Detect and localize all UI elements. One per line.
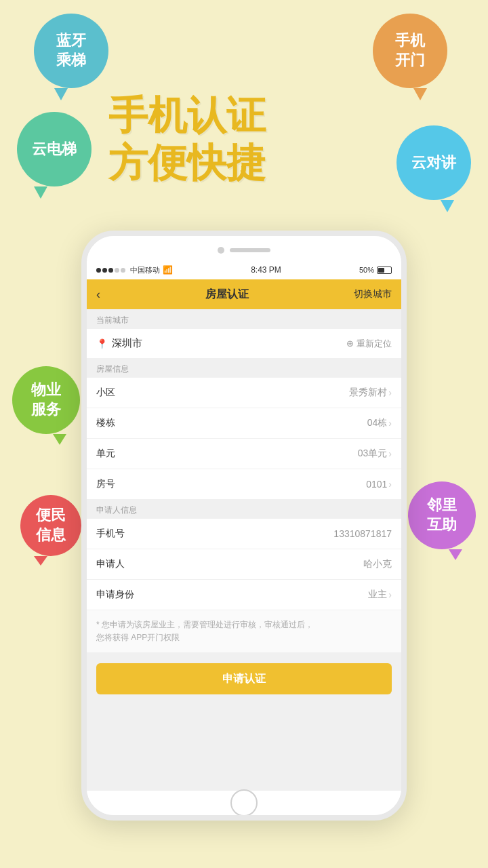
row-label-unit: 单元 xyxy=(96,448,115,460)
city-name: 深圳市 xyxy=(112,337,142,350)
row-value-identity: 业主 › xyxy=(368,589,392,601)
status-right: 50% xyxy=(359,266,392,274)
table-row[interactable]: 单元 03单元 › xyxy=(87,439,401,469)
table-row[interactable]: 楼栋 04栋 › xyxy=(87,408,401,439)
status-left: 中国移动 📶 xyxy=(96,265,173,275)
chevron-right-icon: › xyxy=(388,589,392,600)
chevron-right-icon: › xyxy=(388,448,392,459)
row-value-building: 04栋 › xyxy=(367,417,392,429)
row-label-phone: 手机号 xyxy=(96,528,125,540)
signal-dots xyxy=(96,268,125,273)
bubble-info: 便民 信息 xyxy=(20,495,81,556)
applicant-info-header: 申请人信息 xyxy=(87,499,401,519)
table-row: 手机号 13310871817 xyxy=(87,519,401,549)
current-city-header: 当前城市 xyxy=(87,309,401,329)
phone-camera xyxy=(218,247,224,254)
note-text: * 您申请为该房屋业主，需要管理处进行审核，审核通过后， 您将获得 APP开门权… xyxy=(96,620,313,642)
bubble-cloud-elevator: 云电梯 xyxy=(17,112,92,186)
row-label-community: 小区 xyxy=(96,387,115,399)
city-row: 📍 深圳市 ⊕ 重新定位 xyxy=(87,329,401,358)
chevron-right-icon: › xyxy=(388,418,392,429)
row-label-applicant: 申请人 xyxy=(96,558,125,570)
table-row[interactable]: 小区 景秀新村 › xyxy=(87,378,401,408)
nav-bar: ‹ 房屋认证 切换城市 xyxy=(87,279,401,309)
hero-title: 手机认证 方便快捷 xyxy=(108,92,266,186)
row-value-unit: 03单元 › xyxy=(358,448,392,460)
table-row[interactable]: 房号 0101 › xyxy=(87,469,401,499)
applicant-info-card: 手机号 13310871817 申请人 哈小克 申请身份 业主 › xyxy=(87,519,401,610)
bubble-property: 物业 服务 xyxy=(12,366,80,434)
row-label-identity: 申请身份 xyxy=(96,589,134,601)
hero-line2: 方便快捷 xyxy=(108,139,266,186)
switch-city-button[interactable]: 切换城市 xyxy=(354,288,392,300)
status-bar: 中国移动 📶 8:43 PM 50% xyxy=(87,260,401,279)
bubble-neighbor: 邻里 互助 xyxy=(408,481,476,549)
battery-icon xyxy=(377,267,392,274)
phone-mockup: 中国移动 📶 8:43 PM 50% ‹ 房屋认证 切换城市 当前城市 xyxy=(81,231,407,821)
bubble-phone-door: 手机 开门 xyxy=(373,14,447,88)
location-pin-icon: 📍 xyxy=(96,338,108,349)
back-button[interactable]: ‹ xyxy=(96,288,100,302)
row-label-building: 楼栋 xyxy=(96,417,115,429)
phone-speaker xyxy=(230,248,270,252)
phone-notch xyxy=(87,236,401,260)
content-area: 当前城市 📍 深圳市 ⊕ 重新定位 房屋信息 小区 xyxy=(87,309,401,791)
nav-title: 房屋认证 xyxy=(205,288,249,302)
bubble-bluetooth: 蓝牙 乘梯 xyxy=(34,14,108,88)
house-info-header: 房屋信息 xyxy=(87,358,401,378)
relocate-button[interactable]: ⊕ 重新定位 xyxy=(346,338,392,350)
table-row[interactable]: 申请身份 业主 › xyxy=(87,580,401,610)
row-value-applicant: 哈小克 xyxy=(363,558,392,570)
row-value-community: 景秀新村 › xyxy=(349,387,392,399)
phone-inner: 中国移动 📶 8:43 PM 50% ‹ 房屋认证 切换城市 当前城市 xyxy=(87,260,401,791)
bubble-cloud-talk: 云对讲 xyxy=(396,125,471,200)
hero-line1: 手机认证 xyxy=(108,92,266,139)
carrier-label: 中国移动 xyxy=(130,265,160,275)
wifi-icon: 📶 xyxy=(163,265,173,275)
relocate-label: 重新定位 xyxy=(357,338,392,350)
chevron-right-icon: › xyxy=(388,387,392,398)
row-value-phone: 13310871817 xyxy=(333,528,392,539)
house-info-card: 小区 景秀新村 › 楼栋 04栋 › 单元 03单元 › 房号 0101 › xyxy=(87,378,401,499)
locate-icon: ⊕ xyxy=(346,338,354,349)
note-section: * 您申请为该房屋业主，需要管理处进行审核，审核通过后， 您将获得 APP开门权… xyxy=(87,610,401,652)
submit-button[interactable]: 申请认证 xyxy=(96,663,392,694)
chevron-right-icon: › xyxy=(388,479,392,490)
city-name-container: 📍 深圳市 xyxy=(96,337,142,350)
home-button[interactable] xyxy=(230,789,258,816)
phone-home-area xyxy=(87,791,401,815)
status-time: 8:43 PM xyxy=(251,265,281,275)
battery-percent: 50% xyxy=(359,266,374,274)
current-city-card: 📍 深圳市 ⊕ 重新定位 xyxy=(87,329,401,358)
row-label-room: 房号 xyxy=(96,478,115,490)
row-value-room: 0101 › xyxy=(366,479,392,490)
table-row: 申请人 哈小克 xyxy=(87,549,401,580)
